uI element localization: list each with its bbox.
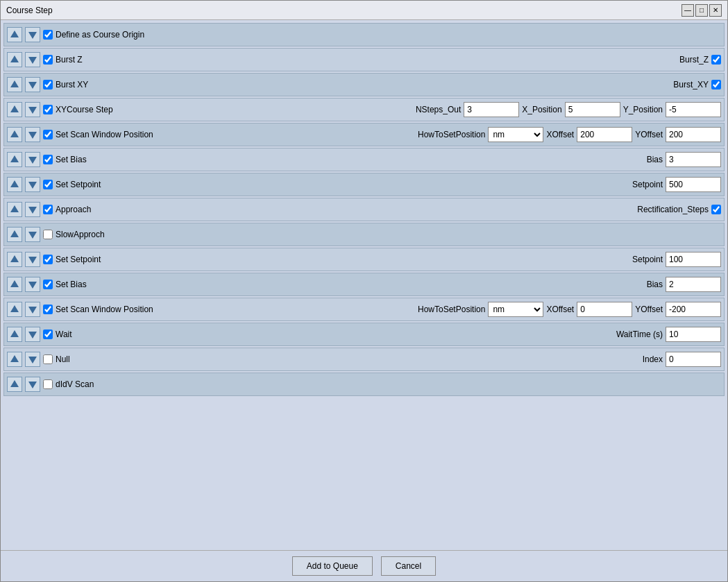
field-input-set-scan-window-2-1[interactable] <box>577 302 632 317</box>
move-up-button[interactable] <box>7 202 22 217</box>
row-checkbox-xycourse-step[interactable] <box>43 105 53 114</box>
row-set-setpoint-2: Set SetpointSetpoint <box>3 248 725 271</box>
move-down-button[interactable] <box>25 277 40 292</box>
field-label-1: X_Position <box>522 105 561 114</box>
row-checkbox-burst-xy[interactable] <box>43 80 53 89</box>
field-label-0: HowToSetPosition <box>418 305 485 314</box>
row-checkbox-approach[interactable] <box>43 205 53 214</box>
field-checkbox-burst-xy-0[interactable] <box>711 80 721 89</box>
svg-marker-10 <box>10 155 19 162</box>
svg-marker-5 <box>28 82 37 89</box>
move-up-button[interactable] <box>7 377 22 392</box>
row-checkbox-null[interactable] <box>43 354 53 364</box>
row-checkbox-set-setpoint-2[interactable] <box>43 255 53 264</box>
field-label-0: NSteps_Out <box>416 105 461 114</box>
field-input-set-scan-window-1-1[interactable] <box>577 127 632 142</box>
row-dIdV-scan: dIdV Scan <box>3 373 725 396</box>
move-up-button[interactable] <box>7 152 22 167</box>
field-input-set-scan-window-1-2[interactable] <box>666 127 721 142</box>
field-label-1: XOffset <box>546 130 574 139</box>
move-up-button[interactable] <box>7 227 22 242</box>
field-input-set-setpoint-2-0[interactable] <box>666 252 721 267</box>
move-up-button[interactable] <box>7 277 22 292</box>
row-checkbox-define-course-origin[interactable] <box>43 30 53 40</box>
field-label-0: Burst_XY <box>673 80 709 89</box>
field-label-0: Index <box>643 354 663 364</box>
move-up-button[interactable] <box>7 302 22 317</box>
row-label-wait: Wait <box>43 329 72 339</box>
row-checkbox-set-bias-2[interactable] <box>43 280 53 289</box>
move-down-button[interactable] <box>25 52 40 67</box>
footer: Add to Queue Cancel <box>1 550 727 581</box>
row-approach: ApproachRectification_Steps <box>3 198 725 221</box>
field-input-wait-0[interactable] <box>666 327 721 342</box>
move-up-button[interactable] <box>7 52 22 67</box>
move-up-button[interactable] <box>7 252 22 267</box>
move-up-button[interactable] <box>7 27 22 42</box>
field-input-set-bias-2-0[interactable] <box>666 277 721 292</box>
field-group-burst-xy-0: Burst_XY <box>673 80 721 89</box>
move-up-button[interactable] <box>7 127 22 142</box>
move-down-button[interactable] <box>25 177 40 192</box>
field-input-set-setpoint-1-0[interactable] <box>666 177 721 192</box>
row-label-text-define-course-origin: Define as Course Origin <box>56 30 144 40</box>
row-label-text-set-setpoint-2: Set Setpoint <box>56 255 101 264</box>
row-burst-xy: Burst XYBurst_XY <box>3 73 725 96</box>
row-label-text-null: Null <box>56 354 70 364</box>
move-up-button[interactable] <box>7 177 22 192</box>
move-down-button[interactable] <box>25 302 40 317</box>
move-down-button[interactable] <box>25 102 40 117</box>
field-input-null-0[interactable] <box>666 352 721 367</box>
field-input-xycourse-step-0[interactable] <box>464 102 519 117</box>
move-down-button[interactable] <box>25 327 40 342</box>
maximize-button[interactable]: □ <box>695 4 708 17</box>
row-define-course-origin: Define as Course Origin <box>3 23 725 46</box>
field-checkbox-approach-0[interactable] <box>711 205 721 214</box>
row-set-setpoint-1: Set SetpointSetpoint <box>3 173 725 196</box>
svg-marker-0 <box>10 31 19 37</box>
minimize-button[interactable]: — <box>682 4 694 17</box>
move-down-button[interactable] <box>25 127 40 142</box>
move-up-button[interactable] <box>7 327 22 342</box>
row-checkbox-dIdV-scan[interactable] <box>43 379 53 389</box>
move-down-button[interactable] <box>25 27 40 42</box>
field-input-set-bias-1-0[interactable] <box>666 152 721 167</box>
move-down-button[interactable] <box>25 377 40 392</box>
row-label-set-setpoint-1: Set Setpoint <box>43 180 101 189</box>
move-down-button[interactable] <box>25 152 40 167</box>
row-checkbox-set-scan-window-2[interactable] <box>43 305 53 314</box>
row-checkbox-set-scan-window-1[interactable] <box>43 130 53 139</box>
row-checkbox-set-bias-1[interactable] <box>43 155 53 164</box>
row-checkbox-set-setpoint-1[interactable] <box>43 180 53 189</box>
svg-marker-24 <box>10 330 19 337</box>
row-checkbox-slow-approach[interactable] <box>43 230 53 239</box>
move-down-button[interactable] <box>25 227 40 242</box>
field-input-xycourse-step-1[interactable] <box>565 102 620 117</box>
move-up-button[interactable] <box>7 352 22 367</box>
field-group-set-scan-window-2-2: YOffset <box>635 302 721 317</box>
field-input-set-scan-window-2-2[interactable] <box>666 302 721 317</box>
svg-marker-3 <box>28 57 37 64</box>
row-slow-approach: SlowApproch <box>3 223 725 246</box>
row-checkbox-burst-z[interactable] <box>43 55 53 65</box>
field-group-null-0: Index <box>643 352 721 367</box>
field-select-set-scan-window-2-0[interactable]: nmumpx <box>488 302 543 317</box>
svg-marker-16 <box>10 230 19 237</box>
field-checkbox-burst-z-0[interactable] <box>711 55 721 65</box>
move-down-button[interactable] <box>25 252 40 267</box>
field-input-xycourse-step-2[interactable] <box>666 102 721 117</box>
move-down-button[interactable] <box>25 202 40 217</box>
cancel-button[interactable]: Cancel <box>381 556 436 576</box>
field-label-0: HowToSetPosition <box>418 130 485 139</box>
row-checkbox-wait[interactable] <box>43 329 53 339</box>
move-down-button[interactable] <box>25 352 40 367</box>
move-up-button[interactable] <box>7 102 22 117</box>
row-set-bias-1: Set BiasBias <box>3 148 725 171</box>
svg-marker-21 <box>28 282 37 289</box>
add-to-queue-button[interactable]: Add to Queue <box>292 556 373 576</box>
move-up-button[interactable] <box>7 77 22 92</box>
svg-marker-20 <box>10 280 19 287</box>
close-button[interactable]: ✕ <box>709 4 722 17</box>
field-select-set-scan-window-1-0[interactable]: nmumpx <box>488 127 543 142</box>
move-down-button[interactable] <box>25 77 40 92</box>
